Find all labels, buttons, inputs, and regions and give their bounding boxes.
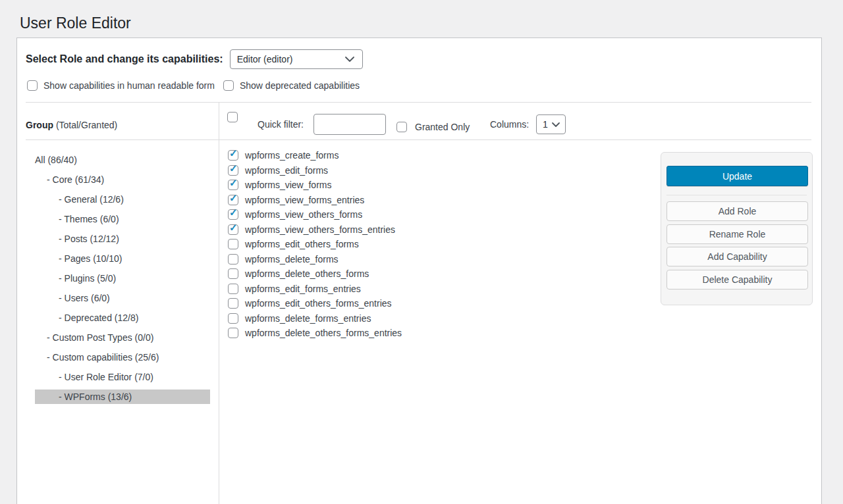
group-tree-item[interactable]: - User Role Editor (7/0) [35, 367, 210, 387]
group-tree-item-label: - Deprecated (12/8) [59, 313, 138, 323]
capability-row: wpforms_edit_forms [228, 163, 402, 178]
group-tree-item[interactable]: - General (12/6) [35, 189, 210, 209]
capability-row: wpforms_delete_forms_entries [228, 311, 402, 326]
capability-checkbox[interactable] [228, 328, 238, 338]
capability-label: wpforms_delete_forms_entries [245, 313, 371, 324]
capability-checkbox[interactable] [228, 195, 238, 205]
group-tree-item-label: - Users (6/0) [59, 293, 110, 303]
capability-row: wpforms_create_forms [228, 148, 402, 163]
capability-label: wpforms_edit_forms_entries [245, 284, 361, 294]
capability-row: wpforms_edit_others_forms_entries [228, 296, 402, 311]
capability-label: wpforms_view_others_forms_entries [245, 224, 395, 235]
show-deprecated-checkbox[interactable] [223, 80, 234, 91]
capability-checkbox[interactable] [228, 165, 238, 176]
group-tree-item[interactable]: All (86/40) [35, 150, 210, 170]
capability-label: wpforms_delete_forms [245, 254, 339, 265]
show-deprecated-label: Show deprecated capabilities [240, 80, 360, 91]
divider [26, 102, 811, 103]
group-tree: All (86/40) - Core (61/34) - General (12… [17, 139, 219, 407]
group-header: Group (Total/Granted) [26, 120, 117, 130]
group-tree-item-label: - General (12/6) [59, 194, 124, 205]
granted-only-checkbox[interactable] [396, 122, 407, 132]
rename-role-button[interactable]: Rename Role [666, 224, 808, 244]
group-tree-item[interactable]: - Pages (10/10) [35, 249, 210, 268]
role-selector-label: Select Role and change its capabilities: [26, 53, 223, 65]
capability-label: wpforms_edit_others_forms [245, 239, 359, 249]
columns-label: Columns: [490, 119, 529, 130]
capability-checkbox[interactable] [228, 224, 238, 235]
role-select-value: Editor (editor) [237, 54, 293, 64]
option-show-deprecated: Show deprecated capabilities [223, 80, 360, 91]
add-capability-button[interactable]: Add Capability [666, 247, 808, 266]
capability-label: wpforms_delete_others_forms [245, 268, 369, 279]
capability-checkbox[interactable] [228, 150, 238, 161]
capability-row: wpforms_view_forms [228, 178, 402, 193]
role-selector-row: Select Role and change its capabilities:… [26, 49, 363, 70]
capability-label: wpforms_view_forms_entries [245, 195, 364, 205]
group-tree-item-label: - Pages (10/10) [59, 253, 122, 264]
actions-panel: Update Add RoleRename RoleAdd Capability… [661, 152, 813, 305]
capability-row: wpforms_delete_forms [228, 252, 402, 267]
group-tree-item[interactable]: - Posts (12/12) [35, 229, 210, 249]
delete-capability-button[interactable]: Delete Capability [666, 270, 808, 290]
group-tree-item[interactable]: - Custom Post Types (0/0) [35, 328, 210, 347]
group-tree-item-label: - Posts (12/12) [59, 234, 119, 244]
capability-checkbox[interactable] [228, 209, 238, 220]
capability-row: wpforms_delete_others_forms [228, 266, 402, 282]
group-tree-item-label: - User Role Editor (7/0) [59, 372, 153, 382]
granted-only-label: Granted Only [415, 122, 470, 132]
group-tree-item-label: - WPForms (13/6) [59, 391, 132, 402]
capability-label: wpforms_view_others_forms [245, 209, 362, 220]
group-tree-item[interactable]: - Custom capabilities (25/6) [35, 347, 210, 367]
capability-checkbox[interactable] [228, 254, 238, 265]
update-button[interactable]: Update [666, 166, 808, 186]
divider [666, 195, 807, 195]
quick-filter-label: Quick filter: [258, 119, 304, 130]
chevron-down-icon [552, 122, 560, 127]
columns-select-value: 1 [543, 119, 548, 130]
capability-checkbox[interactable] [228, 180, 238, 190]
option-human-readable: Show capabilities in human readable form [27, 80, 215, 91]
group-tree-item-label: - Plugins (5/0) [59, 273, 116, 284]
group-tree-item[interactable]: - Deprecated (12/8) [35, 308, 210, 328]
add-role-button[interactable]: Add Role [666, 201, 808, 221]
select-all-checkbox[interactable] [227, 112, 238, 122]
role-select[interactable]: Editor (editor) [230, 49, 363, 69]
group-tree-item[interactable]: - Users (6/0) [35, 288, 210, 308]
columns-select[interactable]: 1 [536, 114, 566, 134]
capability-checkbox[interactable] [228, 239, 238, 249]
capability-row: wpforms_view_forms_entries [228, 193, 402, 208]
group-tree-item-label: - Themes (6/0) [59, 214, 119, 224]
group-tree-item-label: - Custom Post Types (0/0) [47, 332, 153, 343]
group-tree-item[interactable]: - Plugins (5/0) [35, 268, 210, 288]
capability-checkbox[interactable] [228, 284, 238, 294]
group-tree-item[interactable]: - Themes (6/0) [35, 209, 210, 229]
capability-label: wpforms_view_forms [245, 180, 331, 190]
capability-row: wpforms_edit_others_forms [228, 237, 402, 252]
group-tree-item-label: All (86/40) [35, 155, 77, 165]
quick-filter-input[interactable] [313, 114, 386, 135]
capability-row: wpforms_view_others_forms_entries [228, 222, 402, 238]
group-header-note: (Total/Granted) [53, 120, 117, 130]
capability-checkbox[interactable] [228, 298, 238, 309]
capability-row: wpforms_delete_others_forms_entries [228, 326, 402, 341]
capability-row: wpforms_view_others_forms [228, 207, 402, 222]
group-tree-item[interactable]: - Core (61/34) [35, 170, 210, 189]
chevron-down-icon [345, 57, 354, 62]
page-title: User Role Editor [20, 13, 843, 33]
group-header-bold: Group [26, 120, 53, 130]
group-tree-item[interactable]: - WPForms (13/6) [35, 387, 210, 407]
capability-label: wpforms_delete_others_forms_entries [245, 328, 402, 338]
capability-checkbox[interactable] [228, 313, 238, 324]
group-tree-item-label: - Custom capabilities (25/6) [47, 352, 159, 363]
human-readable-label: Show capabilities in human readable form [43, 80, 215, 91]
capability-row: wpforms_edit_forms_entries [228, 282, 402, 297]
main-panel: Select Role and change its capabilities:… [16, 38, 822, 504]
human-readable-checkbox[interactable] [27, 80, 38, 91]
capability-label: wpforms_edit_forms [245, 165, 328, 176]
display-options-row: Show capabilities in human readable form… [27, 80, 368, 91]
capability-checkbox[interactable] [228, 268, 238, 279]
capability-label: wpforms_edit_others_forms_entries [245, 298, 392, 309]
capability-label: wpforms_create_forms [245, 150, 339, 161]
capabilities-list: wpforms_create_forms wpforms_edit_forms … [219, 139, 402, 341]
